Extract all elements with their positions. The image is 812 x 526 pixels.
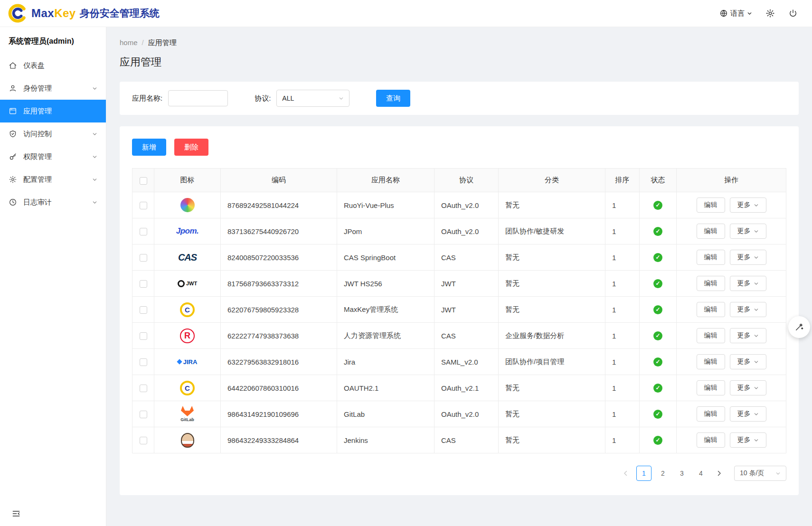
edit-button[interactable]: 编辑 xyxy=(697,276,725,291)
row-checkbox[interactable] xyxy=(140,202,147,209)
column-header-checkbox xyxy=(132,169,154,192)
edit-button[interactable]: 编辑 xyxy=(697,380,725,395)
cell-code: 632279563832918016 xyxy=(221,349,337,375)
cell-status xyxy=(640,218,677,244)
search-button[interactable]: 查询 xyxy=(376,90,410,107)
sidebar: 系统管理员(admin) 仪表盘 身份管理 xyxy=(0,27,106,526)
cell-sort: 1 xyxy=(605,375,640,401)
cell-status xyxy=(640,375,677,401)
edit-button[interactable]: 编辑 xyxy=(697,354,725,369)
cell-name: JWT HS256 xyxy=(337,271,434,297)
sidebar-item-identity[interactable]: 身份管理 xyxy=(0,77,106,100)
app-icon xyxy=(161,404,214,424)
page-button-2[interactable]: 2 xyxy=(655,466,670,481)
chevron-down-icon xyxy=(775,471,781,476)
prev-page-button[interactable] xyxy=(618,466,633,481)
more-button[interactable]: 更多 xyxy=(730,250,766,265)
more-button[interactable]: 更多 xyxy=(730,276,766,291)
table-row: 824008507220033536 CAS SpringBoot CAS 暂无… xyxy=(132,244,786,271)
brand: MaxKey 身份安全管理系统 xyxy=(8,3,160,23)
page-button-4[interactable]: 4 xyxy=(693,466,708,481)
row-checkbox[interactable] xyxy=(140,254,147,262)
language-selector[interactable]: 语言 xyxy=(719,9,752,18)
status-active-check-icon xyxy=(653,436,662,445)
row-checkbox[interactable] xyxy=(140,280,147,288)
protocol-select[interactable]: ALL xyxy=(276,90,349,107)
cell-protocol: CAS xyxy=(434,323,499,349)
cell-category: 暂无 xyxy=(499,401,605,427)
sidebar-item-label: 身份管理 xyxy=(23,84,52,93)
floating-tool-button[interactable] xyxy=(788,316,810,338)
cell-sort: 1 xyxy=(605,297,640,323)
sidebar-item-config[interactable]: 配置管理 xyxy=(0,168,106,191)
cell-sort: 1 xyxy=(605,401,640,427)
gear-icon xyxy=(9,175,17,184)
row-checkbox[interactable] xyxy=(140,385,147,392)
cell-actions: 编辑 更多 xyxy=(677,297,786,323)
sidebar-collapse-button[interactable] xyxy=(11,509,21,518)
row-checkbox[interactable] xyxy=(140,306,147,314)
edit-button[interactable]: 编辑 xyxy=(697,302,725,317)
row-checkbox[interactable] xyxy=(140,332,147,340)
table-row: 986432249333284864 Jenkins CAS 暂无 1 编辑 更… xyxy=(132,427,786,453)
cell-actions: 编辑 更多 xyxy=(677,427,786,453)
table-panel: 新增 删除 图标 编码 应用名称 协议 分类 排序 状态 xyxy=(120,126,799,495)
sidebar-item-access-control[interactable]: 访问控制 xyxy=(0,122,106,145)
more-button[interactable]: 更多 xyxy=(730,432,766,448)
more-button[interactable]: 更多 xyxy=(730,224,766,239)
cell-status xyxy=(640,349,677,375)
cell-name: GitLab xyxy=(337,401,434,427)
sidebar-item-permission[interactable]: 权限管理 xyxy=(0,145,106,168)
breadcrumb-home[interactable]: home xyxy=(120,38,138,47)
status-active-check-icon xyxy=(653,357,662,366)
cell-icon xyxy=(154,427,221,453)
edit-button[interactable]: 编辑 xyxy=(697,224,725,239)
more-button[interactable]: 更多 xyxy=(730,197,766,213)
more-button[interactable]: 更多 xyxy=(730,354,766,369)
edit-button[interactable]: 编辑 xyxy=(697,328,725,343)
add-button[interactable]: 新增 xyxy=(132,139,166,156)
cell-protocol: OAuth_v2.0 xyxy=(434,218,499,244)
chevron-down-icon xyxy=(92,154,97,160)
next-page-button[interactable] xyxy=(712,466,727,481)
more-button[interactable]: 更多 xyxy=(730,302,766,317)
row-checkbox[interactable] xyxy=(140,228,147,235)
delete-button[interactable]: 删除 xyxy=(174,139,208,156)
cell-category: 暂无 xyxy=(499,375,605,401)
table-row: 622076759805923328 MaxKey管理系统 JWT 暂无 1 编… xyxy=(132,297,786,323)
column-header-actions: 操作 xyxy=(677,169,786,192)
edit-button[interactable]: 编辑 xyxy=(697,250,725,265)
status-active-check-icon xyxy=(653,201,662,210)
edit-button[interactable]: 编辑 xyxy=(697,406,725,422)
cell-checkbox xyxy=(132,192,154,218)
cell-checkbox xyxy=(132,349,154,375)
chevron-down-icon xyxy=(754,359,759,365)
cell-name: OAUTH2.1 xyxy=(337,375,434,401)
page-size-select[interactable]: 10 条/页 xyxy=(734,466,786,481)
cell-category: 团队协作/敏捷研发 xyxy=(499,218,605,244)
edit-button[interactable]: 编辑 xyxy=(697,432,725,448)
sidebar-item-audit-log[interactable]: 日志审计 xyxy=(0,191,106,214)
sidebar-item-application[interactable]: 应用管理 xyxy=(0,100,106,122)
status-active-check-icon xyxy=(653,331,662,340)
more-button[interactable]: 更多 xyxy=(730,406,766,422)
settings-gear-icon[interactable] xyxy=(765,9,775,18)
row-checkbox[interactable] xyxy=(140,358,147,366)
edit-button[interactable]: 编辑 xyxy=(697,197,725,213)
applications-table: 图标 编码 应用名称 协议 分类 排序 状态 操作 87689249 xyxy=(132,168,786,453)
app-name-input[interactable] xyxy=(168,90,228,106)
row-checkbox[interactable] xyxy=(140,437,147,444)
logout-power-icon[interactable] xyxy=(788,9,798,18)
more-button[interactable]: 更多 xyxy=(730,328,766,343)
column-header-status: 状态 xyxy=(640,169,677,192)
header-actions: 语言 xyxy=(719,9,798,18)
chevron-down-icon xyxy=(754,203,759,208)
more-button[interactable]: 更多 xyxy=(730,380,766,395)
page-button-3[interactable]: 3 xyxy=(674,466,689,481)
sidebar-item-dashboard[interactable]: 仪表盘 xyxy=(0,54,106,77)
status-active-check-icon xyxy=(653,384,662,393)
page-button-1[interactable]: 1 xyxy=(636,466,651,481)
select-all-checkbox[interactable] xyxy=(140,177,147,185)
row-checkbox[interactable] xyxy=(140,411,147,418)
cell-actions: 编辑 更多 xyxy=(677,375,786,401)
